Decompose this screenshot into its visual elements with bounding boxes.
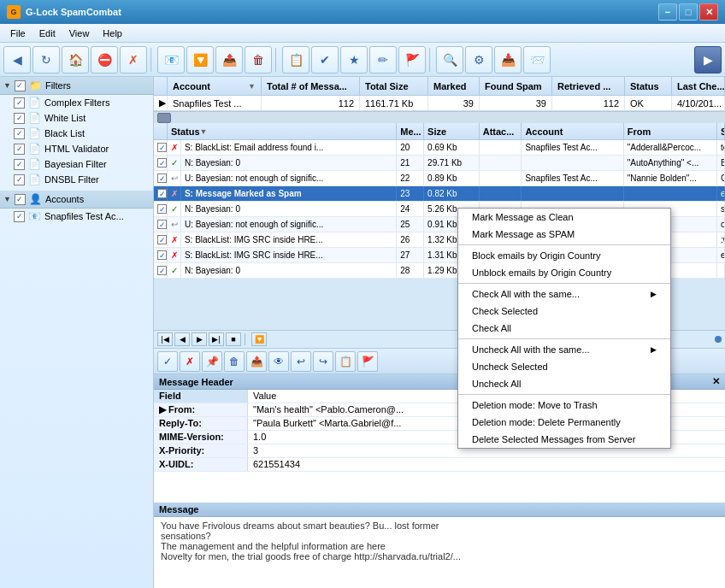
maximize-button[interactable]: □	[679, 3, 698, 21]
ctx-uncheck-all-same[interactable]: Uncheck All with the same...	[458, 341, 670, 358]
tb-mark-btn[interactable]: ✔	[311, 46, 339, 74]
nav-prev[interactable]: ◀	[174, 332, 190, 346]
ctx-uncheck-all[interactable]: Uncheck All	[458, 375, 670, 392]
tb-star-btn[interactable]: ★	[340, 46, 368, 74]
menu-edit[interactable]: Edit	[32, 26, 62, 40]
tb-list-btn[interactable]: 📋	[282, 46, 309, 74]
filter-blacklist[interactable]: 📄 Black List	[0, 126, 153, 141]
email-row-3[interactable]: ↩ U: Bayesian: not enough of signific...…	[154, 171, 725, 186]
filter-dnsbl[interactable]: 📄 DNSBL Filter	[0, 172, 153, 187]
act-source[interactable]: 📋	[335, 351, 356, 372]
act-delete[interactable]: 🗑	[224, 351, 245, 372]
filter-bayesian[interactable]: 📄 Bayesian Filter	[0, 156, 153, 172]
row4-check[interactable]	[154, 186, 168, 201]
act-view[interactable]: 👁	[268, 351, 289, 372]
email-row-1[interactable]: ✗ S: BlackList: Email address found i...…	[154, 140, 725, 156]
close-button[interactable]: ✕	[699, 3, 718, 21]
ctx-delete-perm[interactable]: Deletion mode: Delete Permanently	[458, 414, 670, 431]
row6-check[interactable]	[154, 217, 168, 232]
ctx-check-all[interactable]: Check All	[458, 320, 670, 337]
row3-check[interactable]	[154, 171, 168, 185]
row7-check[interactable]	[154, 232, 168, 247]
ctx-check-all-same[interactable]: Check All with the same...	[458, 285, 670, 303]
act-check[interactable]: ✓	[157, 351, 178, 372]
snapfiles-checkbox[interactable]	[14, 211, 25, 222]
ecol-attach[interactable]: Attac...	[480, 123, 522, 139]
tb-edit2-btn[interactable]: ✏	[369, 46, 397, 74]
row9-check[interactable]	[154, 263, 168, 278]
accounts-checkbox[interactable]	[15, 194, 26, 205]
ecol-status[interactable]: Status ▼	[168, 123, 397, 139]
tb-extra2-btn[interactable]: 📨	[523, 46, 551, 74]
email-row-2[interactable]: ✓ N: Bayesian: 0 21 29.71 Kb "AutoAnythi…	[154, 156, 725, 171]
ctx-mark-spam[interactable]: Mark Message as SPAM	[458, 226, 670, 243]
ctx-block-country[interactable]: Block emails by Origin Country	[458, 247, 670, 264]
blacklist-checkbox[interactable]	[14, 128, 25, 139]
ecol-size[interactable]: Size	[424, 123, 480, 139]
bayesian-checkbox[interactable]	[14, 159, 25, 170]
accounts-section-header[interactable]: ▼ 👤 Accounts	[0, 191, 153, 209]
filter-whitelist[interactable]: 📄 White List	[0, 110, 153, 126]
email-row-4[interactable]: ✗ S: Message Marked as Spam 23 0.82 Kb e…	[154, 186, 725, 202]
col-status[interactable]: Status	[625, 77, 672, 95]
ctx-mark-clean[interactable]: Mark Message as Clean	[458, 209, 670, 226]
nav-first[interactable]: |◀	[157, 332, 173, 346]
row2-check[interactable]	[154, 156, 168, 170]
tb-move-btn[interactable]: 📤	[215, 46, 243, 74]
ecol-me[interactable]: Me...	[397, 123, 424, 139]
dnsbl-checkbox[interactable]	[14, 174, 25, 185]
ctx-move-trash[interactable]: Deletion mode: Move to Trash	[458, 397, 670, 414]
tb-settings-btn[interactable]: ⚙	[465, 46, 492, 74]
col-total[interactable]: Total # of Messa...	[262, 77, 360, 95]
menu-help[interactable]: Help	[96, 26, 129, 40]
nav-next[interactable]: ▶|	[209, 332, 224, 346]
nav-stop[interactable]: ■	[226, 332, 241, 346]
ecol-from[interactable]: From	[624, 123, 717, 139]
col-foundspam[interactable]: Found Spam	[480, 77, 552, 95]
col-retrieved[interactable]: Retrieved ...	[552, 77, 625, 95]
row8-check[interactable]	[154, 248, 168, 262]
hscroll-thumb[interactable]	[157, 113, 171, 123]
html-checkbox[interactable]	[14, 144, 25, 155]
tb-refresh-btn[interactable]: ↻	[32, 46, 60, 74]
msg-header-close[interactable]: ✕	[712, 376, 720, 387]
row1-check[interactable]	[154, 140, 168, 155]
account-hscroll[interactable]	[154, 111, 725, 123]
tb-home-btn[interactable]: 🏠	[62, 46, 89, 74]
ctx-delete-server[interactable]: Delete Selected Messages from Server	[458, 431, 670, 448]
tb-special-btn[interactable]: ▶	[694, 46, 722, 74]
act-spam[interactable]: ✗	[180, 351, 200, 372]
tb-fetch-btn[interactable]: 📧	[157, 46, 185, 74]
menu-file[interactable]: File	[3, 26, 32, 40]
filter-html[interactable]: 📄 HTML Validator	[0, 141, 153, 156]
tb-back-btn[interactable]: ◀	[3, 46, 31, 74]
tb-extra1-btn[interactable]: 📥	[494, 46, 522, 74]
tb-check-btn[interactable]: ✗	[120, 46, 147, 74]
tb-filter-btn[interactable]: 🔽	[186, 46, 214, 74]
account-data-row[interactable]: ▶ Snapfiles Test ... 112 1161.71 Kb 39 3…	[154, 96, 725, 111]
col-size[interactable]: Total Size	[360, 77, 428, 95]
menu-view[interactable]: View	[62, 26, 97, 40]
col-lastcheck[interactable]: Last Che...	[672, 77, 725, 95]
filters-checkbox[interactable]	[15, 80, 26, 91]
col-marked[interactable]: Marked	[428, 77, 480, 95]
ctx-check-selected[interactable]: Check Selected	[458, 303, 670, 320]
tb-flag-btn[interactable]: 🚩	[398, 46, 426, 74]
tb-search-btn[interactable]: 🔍	[436, 46, 463, 74]
act-forward[interactable]: ↪	[313, 351, 333, 372]
act-mark[interactable]: 📌	[202, 351, 222, 372]
whitelist-checkbox[interactable]	[14, 113, 25, 124]
tb-delete-btn[interactable]: 🗑	[245, 46, 272, 74]
ecol-account[interactable]: Account	[522, 123, 623, 139]
ctx-unblock-country[interactable]: Unblock emails by Origin Country	[458, 264, 670, 281]
tb-stop-btn[interactable]: ⛔	[91, 46, 118, 74]
ecol-subject[interactable]: Subject	[717, 123, 725, 139]
filters-section-header[interactable]: ▼ 📁 Filters	[0, 77, 153, 95]
act-reply[interactable]: ↩	[291, 351, 311, 372]
complex-checkbox[interactable]	[14, 97, 25, 109]
act-move[interactable]: 📤	[246, 351, 267, 372]
col-account[interactable]: Account ▼	[168, 77, 262, 95]
act-flag[interactable]: 🚩	[357, 351, 378, 372]
nav-filter[interactable]: 🔽	[251, 332, 267, 346]
minimize-button[interactable]: −	[658, 3, 677, 21]
